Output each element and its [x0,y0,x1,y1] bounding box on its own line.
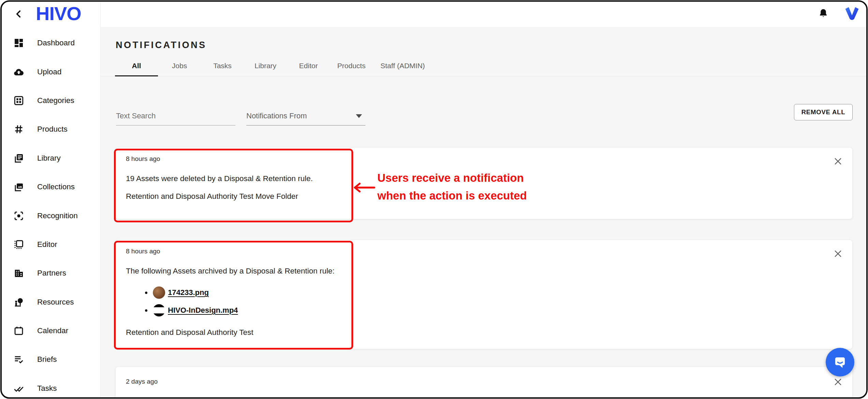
sidebar-item-label: Resources [37,298,74,307]
annotation-text: Users receive a notification when the ac… [377,169,527,205]
double-check-icon [13,383,24,394]
sidebar-item-dashboard[interactable]: Dashboard [1,29,100,57]
app-window: HIVO Dashboard Upload Categories Product… [0,0,868,399]
sidebar-item-label: Tasks [37,384,57,393]
notifications-bell-button[interactable] [818,8,829,19]
sidebar-item-label: Dashboard [37,39,75,47]
search-input[interactable] [116,110,235,125]
archived-file-list: 174233.png HIVO-InDesign.mp4 [126,284,852,319]
hivo-mark-icon [844,5,860,21]
sidebar-item-tasks[interactable]: Tasks [1,374,100,398]
sidebar-item-label: Editor [37,240,57,249]
hash-icon [13,124,24,135]
dismiss-notification-button[interactable] [833,377,843,387]
list-item: 174233.png [145,284,852,301]
building-icon [13,268,24,279]
tab-all[interactable]: All [115,55,158,76]
sidebar-item-editor[interactable]: Editor [1,230,100,259]
chat-launcher-button[interactable] [826,348,854,376]
sidebar-item-resources[interactable]: Resources [1,288,100,316]
file-name: 174233.png [168,288,209,297]
sidebar: HIVO Dashboard Upload Categories Product… [1,1,101,398]
sidebar-item-label: Upload [37,68,61,76]
notification-time: 2 days ago [126,367,852,385]
upload-icon [13,66,24,77]
bullet-dot [145,292,147,294]
notification-card: 2 days ago [116,367,852,398]
sidebar-item-label: Calendar [37,326,68,335]
collapse-sidebar-button[interactable] [13,9,24,19]
dashboard-icon [13,38,24,48]
file-link[interactable]: 174233.png [153,286,209,299]
close-icon [833,377,843,387]
tab-tasks[interactable]: Tasks [201,55,244,76]
sidebar-item-library[interactable]: Library [1,144,100,173]
sidebar-item-calendar[interactable]: Calendar [1,316,100,345]
filters-row: Notifications From REMOVE ALL [115,106,853,137]
close-icon [833,249,843,258]
sidebar-item-products[interactable]: Products [1,115,100,144]
sidebar-item-recognition[interactable]: Recognition [1,201,100,230]
sidebar-item-label: Briefs [37,355,57,364]
text-search-field [116,110,235,125]
page-title: NOTIFICATIONS [116,40,206,50]
sidebar-nav: Dashboard Upload Categories Products Lib… [1,29,100,398]
notifications-page: NOTIFICATIONS All Jobs Tasks Library Edi… [101,27,867,398]
topbar [101,1,867,27]
tab-products[interactable]: Products [330,55,373,76]
sidebar-item-label: Collections [37,182,75,191]
dismiss-notification-button[interactable] [833,249,843,258]
sidebar-item-collections[interactable]: Collections [1,173,100,201]
tab-library[interactable]: Library [244,55,287,76]
collections-icon [13,181,24,192]
resources-icon [13,297,24,308]
bell-icon [818,14,829,20]
notification-message: The following Assets archived by a Dispo… [126,267,852,276]
tab-jobs[interactable]: Jobs [158,55,201,76]
select-label: Notifications From [246,112,307,120]
notification-card: 8 hours ago The following Assets archive… [116,240,852,349]
recognition-icon [13,210,24,221]
file-thumbnail [153,286,165,299]
tab-staff-admin[interactable]: Staff (ADMIN) [373,55,432,76]
calendar-icon [13,325,24,336]
chevron-down-icon [356,114,362,118]
sidebar-item-partners[interactable]: Partners [1,259,100,287]
annotation-line-1: Users receive a notification [377,169,527,187]
sidebar-item-upload[interactable]: Upload [1,57,100,86]
list-item: HIVO-InDesign.mp4 [145,301,852,319]
list-check-icon [13,354,24,365]
sidebar-item-label: Products [37,125,68,134]
notification-time: 8 hours ago [126,148,852,163]
tab-editor[interactable]: Editor [287,55,330,76]
file-link[interactable]: HIVO-InDesign.mp4 [153,304,238,316]
categories-icon [13,95,24,106]
dismiss-notification-button[interactable] [833,157,843,166]
file-name: HIVO-InDesign.mp4 [168,306,238,315]
library-icon [13,153,24,164]
bullet-dot [145,309,147,312]
chevron-left-icon [13,15,24,20]
sidebar-item-label: Partners [37,269,66,278]
file-thumbnail [153,304,165,316]
sidebar-item-label: Categories [37,96,74,105]
sidebar-item-briefs[interactable]: Briefs [1,345,100,374]
annotation-line-2: when the action is executed [377,187,527,205]
close-icon [833,157,843,166]
sidebar-item-label: Recognition [37,211,78,220]
notification-time: 8 hours ago [126,240,852,255]
sidebar-item-label: Library [37,154,61,163]
notification-detail: Retention and Disposal Authority Test [126,328,852,337]
hivo-logo: HIVO [36,2,81,25]
editor-icon [13,239,24,250]
remove-all-button[interactable]: REMOVE ALL [794,104,853,120]
sidebar-item-categories[interactable]: Categories [1,86,100,115]
notification-tabs: All Jobs Tasks Library Editor Products S… [101,55,867,76]
notifications-from-select[interactable]: Notifications From [246,110,365,125]
